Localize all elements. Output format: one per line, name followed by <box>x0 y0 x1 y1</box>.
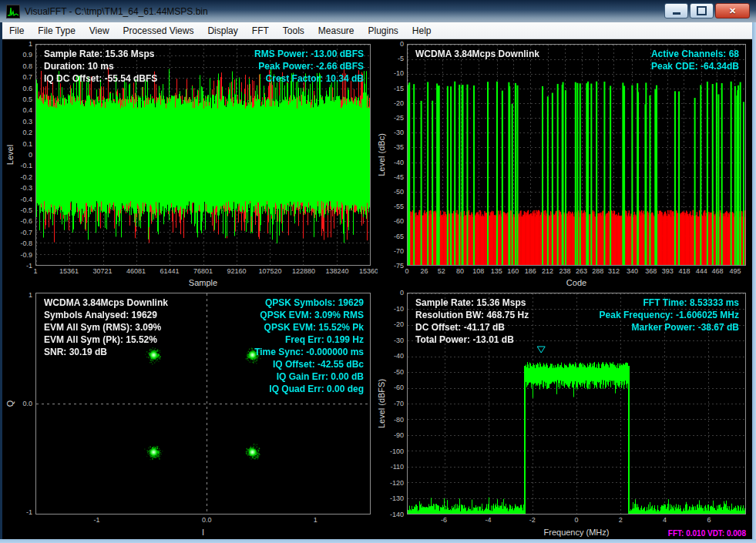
stat-line: Peak Power: -2.66 dBFS <box>254 60 364 72</box>
x-tick: 15361 <box>59 267 79 275</box>
y-tick: 0.5 <box>22 96 32 103</box>
x-tick: 212 <box>542 267 553 275</box>
stat-line: Duration: 10 ms <box>44 60 157 72</box>
y-tick: -1 <box>26 508 32 516</box>
window-controls: ✕ <box>664 3 750 18</box>
y-tick: 0.0 <box>22 400 32 407</box>
stat-line: RMS Power: -13.00 dBFS <box>254 48 364 60</box>
x-tick: 6 <box>707 516 711 524</box>
y-tick: -130 <box>390 494 404 502</box>
client-area: Level 10.90.80.70.60.50.40.30.20.10-0.1-… <box>2 39 752 539</box>
stat-line: WCDMA 3.84Mcps Downlink <box>44 297 168 309</box>
x-tick: 92160 <box>227 267 246 275</box>
y-tick: -40 <box>394 352 404 360</box>
y-tick: -0.5 <box>20 206 32 214</box>
menu-item-tools[interactable]: Tools <box>276 23 311 39</box>
stat-line: Freq Err: 0.199 Hz <box>254 334 364 346</box>
y-tick: -60 <box>394 217 404 225</box>
stat-line: Peak CDE: -64.34dB <box>651 60 739 72</box>
app-window: VisualFFT - C:\tmp\TM1_64_61.44MSPS.bin … <box>0 0 756 543</box>
y-tick: 1 <box>29 40 32 48</box>
y-tick: -0.8 <box>20 240 32 247</box>
y-tick: -0.7 <box>20 229 32 236</box>
window-title: VisualFFT - C:\tmp\TM1_64_61.44MSPS.bin <box>25 6 208 17</box>
spectrum-plot[interactable]: Sample Rate: 15.36 MspsResolution BW: 46… <box>407 293 746 515</box>
y-tick: 0.9 <box>22 51 32 59</box>
y-tick: -0.1 <box>20 162 32 169</box>
panel-code-domain: Level (dBc) 0-5-10-15-20-25-30-35-40-45-… <box>378 42 749 289</box>
menu-bar: FileFile TypeViewProcessed ViewsDisplayF… <box>2 22 752 39</box>
menu-item-file-type[interactable]: File Type <box>31 23 82 39</box>
x-tick: 263 <box>576 267 587 275</box>
y-tick: 0 <box>400 289 404 297</box>
menu-item-display[interactable]: Display <box>200 23 244 39</box>
stat-line: FFT Time: 8.53333 ms <box>600 297 739 309</box>
window-border-right <box>752 0 756 543</box>
x-tick: 468 <box>712 267 724 275</box>
y-tick: -30 <box>394 337 404 344</box>
y-tick: -25 <box>394 114 404 122</box>
stat-line: EVM All Sym (Pk): 15.52% <box>44 334 168 346</box>
maximize-button[interactable] <box>690 3 714 18</box>
menu-item-processed-views[interactable]: Processed Views <box>116 23 201 39</box>
constellation-left-stats: WCDMA 3.84Mcps DownlinkSymbols Analysed:… <box>44 297 168 358</box>
x-tick: -6 <box>441 516 447 524</box>
y-tick: -40 <box>394 159 404 166</box>
menu-item-measure[interactable]: Measure <box>311 23 361 39</box>
menu-item-view[interactable]: View <box>82 23 116 39</box>
time-left-stats: Sample Rate: 15.36 MspsDuration: 10 msIQ… <box>44 48 157 85</box>
constellation-plot[interactable]: WCDMA 3.84Mcps DownlinkSymbols Analysed:… <box>35 293 371 515</box>
x-tick: 2 <box>619 516 623 524</box>
window-border-bottom <box>0 539 756 543</box>
stat-line: Symbols Analysed: 19629 <box>44 309 168 321</box>
stat-line: Peak Frequency: -1.606025 MHz <box>600 309 739 321</box>
y-tick: 0.7 <box>22 73 32 81</box>
stat-line: Active Channels: 68 <box>651 48 739 60</box>
time-domain-plot[interactable]: Sample Rate: 15.36 MspsDuration: 10 msIQ… <box>35 44 371 266</box>
y-tick: -140 <box>390 511 404 518</box>
titlebar[interactable]: VisualFFT - C:\tmp\TM1_64_61.44MSPS.bin … <box>0 0 756 22</box>
code-left-stats: WCDMA 3.84Mcps Downlink <box>415 48 539 60</box>
x-tick: 340 <box>627 267 638 275</box>
constellation-x-axis-label: I <box>35 528 371 537</box>
menu-item-fft[interactable]: FFT <box>245 23 276 39</box>
constellation-y-ticks: 10.0-1 <box>12 293 34 515</box>
window-border-left <box>0 0 2 543</box>
y-tick: -15 <box>394 85 404 92</box>
close-button[interactable]: ✕ <box>715 3 750 18</box>
stat-line: IQ DC Offset: -55.54 dBFS <box>44 72 157 85</box>
y-tick: 0 <box>29 151 32 159</box>
menu-item-file[interactable]: File <box>2 23 31 39</box>
code-x-axis-label: Code <box>407 278 746 287</box>
y-tick: -120 <box>390 479 404 487</box>
y-tick: -0.3 <box>20 184 32 192</box>
code-right-stats: Active Channels: 68Peak CDE: -64.34dB <box>651 48 739 72</box>
x-tick: 61441 <box>160 267 179 275</box>
minimize-icon <box>673 12 680 15</box>
stat-line: DC Offset: -41.17 dB <box>415 321 529 334</box>
code-domain-plot[interactable]: WCDMA 3.84Mcps Downlink Active Channels:… <box>407 44 746 266</box>
x-tick: 418 <box>678 267 690 275</box>
stat-line: QPSK Symbols: 19629 <box>254 297 364 309</box>
x-tick: 312 <box>608 267 620 275</box>
y-tick: -45 <box>394 173 404 181</box>
x-tick: 135 <box>491 267 502 275</box>
minimize-button[interactable] <box>664 3 688 18</box>
y-tick: 0.3 <box>22 118 32 126</box>
menu-item-help[interactable]: Help <box>405 23 438 39</box>
menu-item-plugins[interactable]: Plugins <box>361 23 405 39</box>
x-tick: 26 <box>420 267 428 275</box>
stat-line: QPSK EVM: 3.09% RMS <box>254 309 364 321</box>
y-tick: -1 <box>26 262 32 270</box>
code-x-ticks: 0265280108135160186212238263288312340368… <box>407 267 746 277</box>
y-tick: -75 <box>394 262 404 270</box>
x-tick: 444 <box>696 267 707 275</box>
maximize-icon <box>697 6 707 15</box>
x-tick: 288 <box>592 267 603 275</box>
y-tick: 0 <box>400 40 404 48</box>
y-tick: 0.6 <box>22 85 32 92</box>
x-tick: -2 <box>529 516 536 524</box>
code-domain-canvas[interactable] <box>408 45 745 265</box>
x-tick: 0.0 <box>202 516 212 524</box>
stat-line: SNR: 30.19 dB <box>44 346 168 358</box>
